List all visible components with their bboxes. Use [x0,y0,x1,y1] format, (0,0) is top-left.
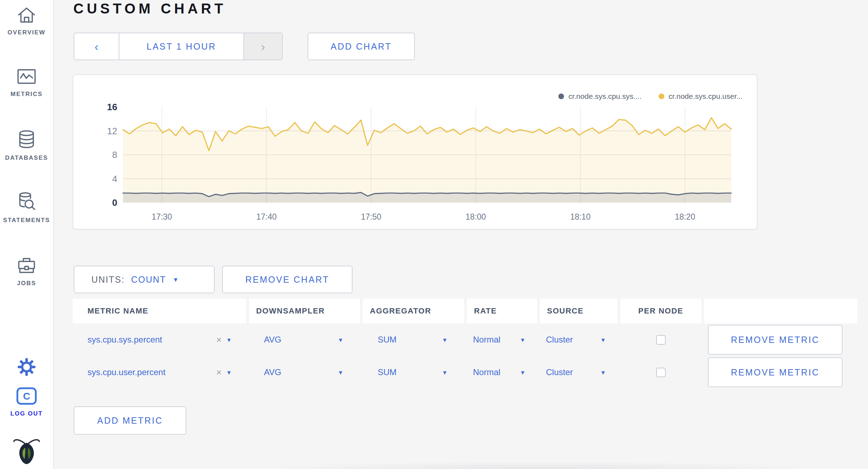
chevron-down-icon: ▾ [521,368,524,377]
sidebar-item-label: METRICS [0,91,53,98]
sidebar: OVERVIEW METRICS DATABASES [0,0,54,469]
sidebar-item-overview[interactable]: OVERVIEW [0,6,53,36]
chevron-left-icon: ‹ [95,40,98,53]
chevron-down-icon: ▾ [227,368,231,377]
units-dropdown[interactable]: UNITS: COUNT ▾ [74,266,215,293]
table-header-cell: DOWNSAMPLER [249,299,360,323]
metric-name-select[interactable]: sys.cpu.sys.percent × ▾ [73,323,246,356]
legend-dot-icon [558,94,564,99]
svg-text:18:10: 18:10 [570,212,591,221]
svg-text:4: 4 [112,174,117,184]
svg-text:16: 16 [107,102,117,112]
svg-text:17:50: 17:50 [361,212,382,221]
statements-icon [0,191,53,213]
home-icon [0,6,53,26]
logout-label: LOG OUT [0,410,53,417]
page-title: CUSTOM CHART [73,1,226,17]
svg-text:18:00: 18:00 [466,212,486,221]
close-icon[interactable]: × [216,367,221,378]
add-chart-button[interactable]: ADD CHART [308,33,415,60]
cockroach-bug-icon [0,436,53,469]
sidebar-item-statements[interactable]: STATEMENTS [0,191,53,224]
time-range-label: LAST 1 HOUR [147,41,216,52]
chevron-down-icon: ▾ [443,336,446,344]
close-icon[interactable]: × [216,334,221,345]
briefcase-icon [0,256,53,276]
metric-name-value: sys.cpu.user.percent [88,367,165,377]
chart-card: 048121617:3017:4017:5018:0018:1018:20 cr… [73,74,757,230]
sidebar-settings[interactable] [0,358,53,381]
per-node-checkbox[interactable] [656,368,666,377]
per-node-checkbox[interactable] [656,335,666,345]
time-next-button[interactable]: › [243,33,282,60]
time-prev-button[interactable]: ‹ [74,33,119,60]
chevron-down-icon: ▾ [601,336,605,344]
sidebar-item-jobs[interactable]: JOBS [0,256,53,287]
time-range-dropdown[interactable]: LAST 1 HOUR [119,33,243,60]
sidebar-logout[interactable]: C LOG OUT [0,387,53,417]
chevron-right-icon: › [261,40,265,53]
rate-value: Normal [473,367,500,377]
remove-metric-button[interactable]: REMOVE METRIC [708,357,842,387]
metrics-table: METRIC NAMEDOWNSAMPLERAGGREGATORRATESOUR… [73,299,859,389]
table-header-row: METRIC NAMEDOWNSAMPLERAGGREGATORRATESOUR… [73,299,859,323]
action-cell: REMOVE METRIC [704,323,857,356]
svg-text:18:20: 18:20 [675,212,695,221]
downsampler-select[interactable]: AVG ▾ [249,323,360,356]
units-label: UNITS: [91,275,125,285]
add-metric-button[interactable]: ADD METRIC [74,406,186,435]
legend-dot-icon [659,94,664,99]
metric-name-select[interactable]: sys.cpu.user.percent × ▾ [73,356,246,389]
rate-select[interactable]: Normal ▾ [467,356,537,389]
source-select[interactable]: Cluster ▾ [540,356,618,389]
sidebar-item-label: OVERVIEW [0,29,53,36]
time-range-selector: ‹ LAST 1 HOUR › [74,33,283,60]
per-node-cell [620,356,701,389]
table-header-cell: PER NODE [620,299,701,323]
database-icon [0,130,53,151]
cockroach-c-icon: C [0,387,53,407]
chart-legend: cr.node.sys.cpu.sys....cr.node.sys.cpu.u… [558,92,743,101]
rate-value: Normal [473,335,500,345]
units-value: COUNT [131,275,166,285]
chevron-down-icon: ▾ [339,368,342,377]
table-header-cell: SOURCE [540,299,618,323]
metrics-icon [0,67,53,87]
svg-text:8: 8 [112,149,117,160]
aggregator-value: SUM [378,367,396,377]
aggregator-value: SUM [378,335,396,345]
remove-metric-button[interactable]: REMOVE METRIC [708,325,842,355]
remove-chart-button[interactable]: REMOVE CHART [222,266,353,293]
legend-item: cr.node.sys.cpu.sys.... [558,92,642,101]
chevron-down-icon: ▾ [339,336,342,344]
aggregator-select[interactable]: SUM ▾ [363,356,464,389]
table-header-cell: RATE [467,299,537,323]
sidebar-item-databases[interactable]: DATABASES [0,130,53,162]
legend-item: cr.node.sys.cpu.user... [659,92,743,101]
table-header-cell: AGGREGATOR [363,299,464,323]
source-value: Cluster [546,335,573,345]
chevron-down-icon: ▾ [443,368,446,377]
legend-label: cr.node.sys.cpu.user... [669,92,743,101]
rate-select[interactable]: Normal ▾ [467,323,537,356]
sidebar-brand[interactable] [0,436,53,469]
table-row: sys.cpu.sys.percent × ▾ AVG ▾ SUM ▾ Norm… [73,323,859,356]
legend-label: cr.node.sys.cpu.sys.... [568,92,642,101]
svg-text:0: 0 [112,197,117,208]
main-content: CUSTOM CHART ‹ LAST 1 HOUR › ADD CHART 0… [54,0,868,469]
logout-monogram: C [23,391,30,402]
svg-text:12: 12 [107,126,117,136]
table-header-cell: METRIC NAME [73,299,246,323]
aggregator-select[interactable]: SUM ▾ [363,323,464,356]
gear-icon [0,358,53,378]
downsampler-select[interactable]: AVG ▾ [249,356,360,389]
sidebar-item-metrics[interactable]: METRICS [0,67,53,98]
bottom-scroll-shadow [213,461,868,469]
metric-name-value: sys.cpu.sys.percent [88,335,162,345]
chevron-down-icon: ▾ [521,336,524,344]
table-body: sys.cpu.sys.percent × ▾ AVG ▾ SUM ▾ Norm… [73,323,859,389]
table-header-cell [704,299,857,323]
sidebar-item-label: STATEMENTS [0,217,53,224]
source-select[interactable]: Cluster ▾ [540,323,618,356]
table-row: sys.cpu.user.percent × ▾ AVG ▾ SUM ▾ Nor… [73,356,859,389]
